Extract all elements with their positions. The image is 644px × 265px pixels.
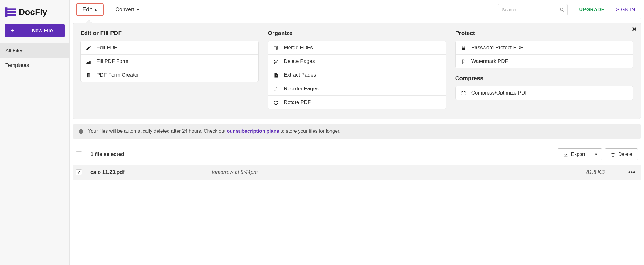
info-banner: Your files will be automatically deleted…: [73, 124, 641, 139]
new-file-button[interactable]: + New File: [5, 24, 65, 37]
export-dropdown-button[interactable]: ▼: [591, 148, 602, 160]
export-label: Export: [571, 152, 585, 157]
info-prefix: Your files will be automatically deleted…: [88, 129, 227, 134]
mega-item-extract-pages[interactable]: Extract Pages: [268, 68, 446, 82]
close-icon[interactable]: ✕: [632, 26, 637, 33]
sidebar-item-all-files[interactable]: All Files: [0, 43, 69, 58]
scissors-icon: [273, 58, 279, 64]
mega-item-label: Edit PDF: [97, 45, 117, 51]
mega-item-label: Watermark PDF: [471, 58, 508, 64]
mega-item-form-creator[interactable]: PDF Form Creator: [81, 68, 258, 82]
svg-rect-13: [81, 130, 81, 131]
file-arrow-icon: [273, 72, 279, 78]
svg-line-5: [563, 10, 564, 11]
mega-item-merge[interactable]: Merge PDFs: [268, 41, 446, 54]
svg-point-4: [560, 8, 563, 11]
mega-item-delete-pages[interactable]: Delete Pages: [268, 54, 446, 68]
mega-item-label: PDF Form Creator: [97, 72, 139, 78]
top-toolbar: Edit ▲ Convert ▼ UPGRADE SIGN IN: [73, 0, 641, 19]
file-row[interactable]: caio 11.23.pdf tomorrow at 5:44pm 81.8 K…: [73, 165, 641, 180]
pencil-square-icon: [86, 45, 92, 51]
mega-col-protect: Protect Password Protect PDF: [455, 30, 633, 109]
caret-down-icon: ▼: [136, 8, 140, 12]
menu-pointer: [86, 20, 92, 26]
caret-up-icon: ▲: [94, 8, 97, 12]
sidebar: DocFly + New File All Files Templates: [0, 0, 70, 265]
file-size: 81.8 KB: [565, 169, 626, 175]
info-text: Your files will be automatically deleted…: [88, 129, 341, 134]
sign-icon: [86, 58, 92, 64]
main-content: Edit ▲ Convert ▼ UPGRADE SIGN IN ✕: [70, 0, 644, 265]
file-name: caio 11.23.pdf: [90, 169, 212, 175]
info-suffix: to store your files for longer.: [279, 129, 341, 134]
mega-item-label: Extract Pages: [284, 72, 316, 78]
mega-item-label: Compress/Optimize PDF: [471, 90, 528, 96]
select-all-checkbox[interactable]: [76, 151, 82, 157]
file-checkbox[interactable]: [76, 169, 82, 175]
svg-rect-0: [6, 8, 16, 10]
mega-item-compress[interactable]: Compress/Optimize PDF: [456, 86, 633, 100]
sidebar-item-label: All Files: [5, 48, 24, 53]
mega-item-watermark[interactable]: Watermark PDF: [456, 54, 633, 68]
swap-icon: [273, 86, 279, 92]
brand-name: DocFly: [19, 7, 47, 17]
docfly-logo-icon: [5, 6, 17, 18]
mega-item-label: Merge PDFs: [284, 45, 313, 51]
mega-title-edit: Edit or Fill PDF: [80, 30, 259, 36]
subscription-link[interactable]: our subscription plans: [227, 129, 279, 134]
mega-item-password[interactable]: Password Protect PDF: [456, 41, 633, 54]
mega-item-edit-pdf[interactable]: Edit PDF: [81, 41, 258, 54]
svg-rect-7: [274, 47, 277, 50]
signin-link[interactable]: SIGN IN: [616, 7, 635, 12]
sidebar-item-label: Templates: [5, 62, 29, 68]
document-icon: [86, 72, 92, 78]
convert-menu-button[interactable]: Convert ▼: [110, 4, 145, 15]
search-wrap: [498, 4, 568, 15]
mega-item-label: Rotate PDF: [284, 99, 311, 105]
svg-rect-10: [462, 47, 465, 50]
plus-icon: +: [5, 24, 20, 37]
caret-down-icon: ▼: [595, 153, 598, 156]
file-action-bar: 1 file selected Export ▼ Delete: [73, 146, 641, 165]
svg-rect-3: [5, 7, 7, 17]
export-button-group: Export ▼: [558, 148, 602, 160]
brand-logo: DocFly: [0, 6, 69, 24]
compress-icon: [460, 90, 466, 96]
mega-item-fill-form[interactable]: Fill PDF Form: [81, 54, 258, 68]
mega-title-compress: Compress: [455, 75, 633, 82]
mega-item-label: Reorder Pages: [284, 86, 318, 92]
delete-label: Delete: [618, 152, 632, 157]
edit-menu-button[interactable]: Edit ▲: [76, 3, 104, 16]
mega-item-label: Password Protect PDF: [471, 45, 524, 51]
mega-col-edit: Edit or Fill PDF Edit PDF Fi: [80, 30, 259, 109]
edit-mega-menu: ✕ Edit or Fill PDF Edit PDF: [73, 23, 641, 119]
document-icon: [460, 58, 466, 64]
lock-icon: [460, 45, 466, 51]
mega-item-reorder-pages[interactable]: Reorder Pages: [268, 82, 446, 95]
export-button[interactable]: Export: [558, 148, 591, 160]
copy-icon: [273, 45, 279, 51]
rotate-icon: [273, 99, 279, 105]
more-options-icon[interactable]: •••: [626, 169, 638, 176]
mega-title-organize: Organize: [268, 30, 446, 36]
svg-rect-12: [81, 131, 81, 132]
mega-item-label: Delete Pages: [284, 58, 315, 64]
mega-item-rotate[interactable]: Rotate PDF: [268, 95, 446, 109]
sidebar-item-templates[interactable]: Templates: [0, 58, 69, 73]
search-icon[interactable]: [560, 7, 564, 12]
trash-icon: [611, 152, 615, 157]
new-file-label: New File: [20, 28, 65, 34]
mega-item-label: Fill PDF Form: [97, 58, 128, 64]
mega-title-protect: Protect: [455, 30, 633, 36]
search-input[interactable]: [498, 4, 568, 15]
selection-count: 1 file selected: [90, 151, 124, 157]
svg-rect-1: [6, 11, 16, 13]
file-date: tomorrow at 5:44pm: [212, 169, 565, 175]
delete-button[interactable]: Delete: [605, 148, 638, 160]
upgrade-link[interactable]: UPGRADE: [579, 7, 605, 12]
info-icon: [78, 129, 84, 134]
download-icon: [563, 152, 568, 157]
convert-menu-label: Convert: [115, 6, 134, 13]
edit-menu-label: Edit: [83, 6, 92, 13]
svg-rect-2: [6, 14, 16, 16]
